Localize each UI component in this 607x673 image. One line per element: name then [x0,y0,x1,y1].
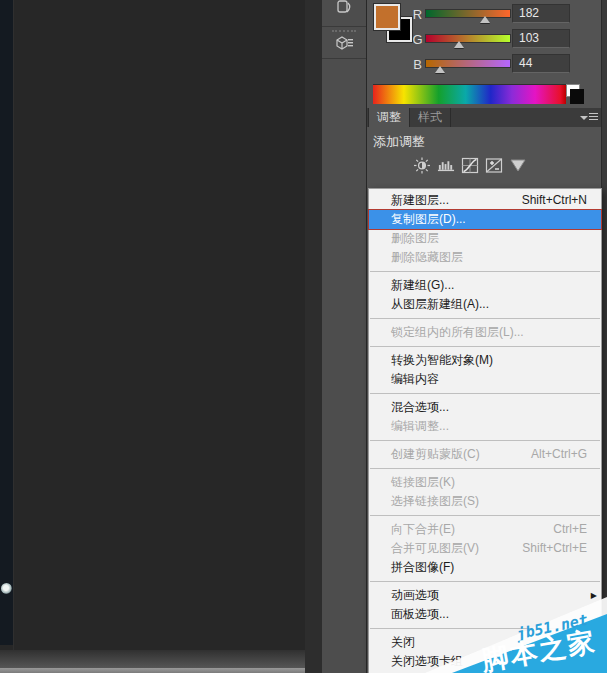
panel-tab-header: 调整 样式 [367,108,602,128]
menu-item-label: 锁定组内的所有图层(L)... [391,323,524,342]
slider-thumb-icon[interactable] [454,41,464,48]
panel-menu-triangle [580,116,588,120]
menu-separator [370,628,600,629]
collapsed-panel-button-3d[interactable] [322,27,366,59]
menu-item-label: 面板选项... [391,605,449,624]
menu-separator [370,318,600,319]
menu-item-label: 向下合并(E) [391,520,455,539]
channel-label: G [411,32,424,47]
menu-item-label: 复制图层(D)... [391,210,466,229]
rotate-view-icon [335,7,353,19]
menu-separator [370,581,600,582]
menu-separator [370,468,600,469]
menu-item[interactable]: 新建图层...Shift+Ctrl+N [369,191,601,210]
levels-icon[interactable] [437,157,455,174]
vertical-scrollbar[interactable] [305,0,323,673]
menu-item[interactable]: 从图层新建组(A)... [369,295,601,314]
menu-item-shortcut: Shift+Ctrl+E [522,539,587,558]
panel-dock-collapsed [322,0,367,673]
canvas-bottom-bar [0,650,322,668]
slider-track [425,34,511,43]
menu-item[interactable]: 关闭 [369,633,601,652]
color-spectrum-ramp[interactable] [373,84,566,104]
menu-item-label: 合并可见图层(V) [391,539,479,558]
submenu-arrow-icon: ▶ [591,586,597,605]
panel-menu-icon[interactable] [580,112,598,124]
menu-item[interactable]: 关闭选项卡组 [369,652,601,671]
menu-item-shortcut: Ctrl+E [553,520,587,539]
foreground-color-swatch[interactable] [374,4,400,30]
channel-value-input[interactable]: 103 [512,29,570,48]
vibrance-icon[interactable] [509,157,527,174]
menu-item[interactable]: 向下合并(E)Ctrl+E [369,520,601,539]
menu-item-label: 拼合图像(F) [391,558,454,577]
menu-separator [370,271,600,272]
menu-item[interactable]: 编辑内容 [369,370,601,389]
menu-item-label: 关闭选项卡组 [391,652,463,671]
layers-context-menu: 新建图层...Shift+Ctrl+N复制图层(D)...删除图层删除隐藏图层新… [368,188,602,673]
menu-item-label: 动画选项 [391,586,439,605]
menu-item[interactable]: 面板选项... [369,605,601,624]
menu-separator [370,440,600,441]
menu-item-label: 编辑内容 [391,370,439,389]
canvas-area[interactable] [13,0,306,650]
menu-item[interactable]: 复制图层(D)... [369,210,601,229]
channel-value-input[interactable]: 44 [512,54,570,73]
3d-panel-icon [334,35,354,51]
channel-label: R [411,7,424,22]
slider-thumb-icon[interactable] [435,66,445,73]
menu-item-label: 删除图层 [391,229,439,248]
brightness-contrast-icon[interactable] [413,157,431,174]
menu-item[interactable]: 编辑调整... [369,417,601,436]
menu-item-label: 链接图层(K) [391,473,455,492]
channel-value-input[interactable]: 182 [512,4,570,23]
menu-item[interactable]: 创建剪贴蒙版(C)Alt+Ctrl+G [369,445,601,464]
menu-item-shortcut: Shift+Ctrl+N [522,191,587,210]
channel-slider[interactable] [425,59,509,73]
moon-dot [1,583,12,594]
tab-styles[interactable]: 样式 [410,108,451,127]
menu-item-label: 从图层新建组(A)... [391,295,489,314]
menu-item[interactable]: 选择链接图层(S) [369,492,601,511]
menu-item[interactable]: 删除隐藏图层 [369,248,601,267]
menu-item[interactable]: 删除图层 [369,229,601,248]
menu-item-label: 编辑调整... [391,417,449,436]
menu-item[interactable]: 链接图层(K) [369,473,601,492]
menu-item[interactable]: 动画选项▶ [369,586,601,605]
photoshop-workspace: R182G103B44 调整 样式 添加调整 [0,0,607,673]
spectrum-black-swatch[interactable] [570,89,584,104]
menu-item-label: 选择链接图层(S) [391,492,479,511]
adjustments-panel-body: 添加调整 [367,127,602,188]
color-panel: R182G103B44 [367,0,602,108]
menu-item-label: 创建剪贴蒙版(C) [391,445,480,464]
curves-icon[interactable] [461,157,479,174]
menu-item-label: 混合选项... [391,398,449,417]
add-adjustment-label: 添加调整 [373,133,425,151]
adjustment-icons-row [413,157,527,174]
panel-menu-bars [589,113,598,122]
slider-track [425,9,511,18]
document-image-sliver [0,0,13,645]
menu-item[interactable]: 转换为智能对象(M) [369,351,601,370]
menu-separator [370,515,600,516]
menu-item-label: 新建组(G)... [391,276,454,295]
menu-item-label: 新建图层... [391,191,449,210]
tab-adjustments[interactable]: 调整 [368,108,410,127]
slider-thumb-icon[interactable] [480,16,490,23]
collapsed-panel-button-top[interactable] [322,0,366,27]
menu-item[interactable]: 合并可见图层(V)Shift+Ctrl+E [369,539,601,558]
menu-item-label: 转换为智能对象(M) [391,351,493,370]
menu-separator [370,393,600,394]
exposure-icon[interactable] [485,157,503,174]
menu-item[interactable]: 新建组(G)... [369,276,601,295]
menu-item-label: 删除隐藏图层 [391,248,463,267]
menu-item[interactable]: 混合选项... [369,398,601,417]
menu-separator [370,346,600,347]
menu-item[interactable]: 锁定组内的所有图层(L)... [369,323,601,342]
menu-item[interactable]: 拼合图像(F) [369,558,601,577]
menu-item-shortcut: Alt+Ctrl+G [531,445,587,464]
channel-slider[interactable] [425,34,509,48]
channel-slider[interactable] [425,9,509,23]
menu-item-label: 关闭 [391,633,415,652]
channel-label: B [411,57,424,72]
